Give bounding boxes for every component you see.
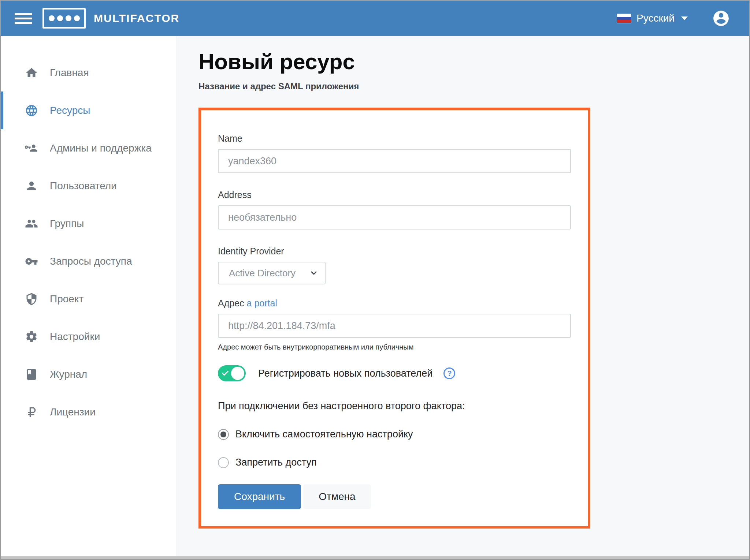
chevron-down-icon: [681, 16, 688, 20]
multifactor-logo-icon: [42, 8, 86, 29]
window-bottom-edge: [1, 556, 749, 559]
account-circle-icon: [712, 9, 730, 27]
name-label: Name: [218, 133, 571, 144]
gear-icon: [25, 330, 38, 343]
sidebar-item-groups[interactable]: Группы: [1, 205, 177, 242]
sidebar: Главная Ресурсы Админы и поддержка Польз…: [1, 36, 177, 556]
active-indicator: [1, 92, 3, 129]
identity-provider-select[interactable]: Active Directory: [218, 262, 326, 284]
sidebar-item-journal[interactable]: Журнал: [1, 355, 177, 393]
chevron-down-icon: [309, 269, 318, 277]
register-toggle-label: Регистрировать новых пользователей: [258, 368, 432, 379]
key-icon: [25, 255, 38, 268]
sidebar-item-project[interactable]: Проект: [1, 280, 177, 318]
main-content: Новый ресурс Название и адрес SAML прило…: [177, 36, 749, 556]
url-label-prefix: Адрес: [218, 298, 244, 308]
sidebar-item-settings[interactable]: Настройки: [1, 318, 177, 355]
sidebar-item-main[interactable]: Главная: [1, 54, 177, 92]
russian-flag-icon: [617, 14, 631, 23]
globe-icon: [25, 104, 38, 117]
portal-link[interactable]: a portal: [247, 298, 277, 308]
language-selector[interactable]: Русский: [617, 12, 688, 24]
identity-provider-value: Active Directory: [229, 268, 296, 279]
register-users-toggle[interactable]: [218, 365, 246, 381]
sidebar-item-label: Группы: [50, 218, 84, 229]
sidebar-item-users[interactable]: Пользователи: [1, 167, 177, 205]
radio-option-deny-access[interactable]: Запретить доступ: [218, 457, 571, 468]
hamburger-menu-icon[interactable]: [15, 13, 32, 24]
radio-label: Включить самостоятельную настройку: [235, 429, 413, 440]
toggle-knob: [231, 367, 244, 380]
sidebar-item-label: Главная: [50, 67, 89, 79]
brand-title: MULTIFACTOR: [94, 12, 179, 25]
account-button[interactable]: [712, 9, 730, 27]
top-bar: MULTIFACTOR Русский: [1, 1, 749, 36]
sidebar-item-admins[interactable]: Админы и поддержка: [1, 129, 177, 167]
cancel-button[interactable]: Отмена: [303, 484, 371, 509]
sidebar-item-label: Запросы доступа: [50, 255, 132, 267]
page-subtitle: Название и адрес SAML приложения: [198, 81, 749, 92]
sidebar-item-resources[interactable]: Ресурсы: [1, 92, 177, 129]
radio-selected-icon: [218, 429, 229, 440]
register-toggle-row: Регистрировать новых пользователей ?: [218, 365, 571, 381]
sidebar-item-label: Пользователи: [50, 180, 117, 192]
sidebar-item-licenses[interactable]: Лицензии: [1, 393, 177, 431]
user-icon: [25, 179, 38, 193]
sidebar-item-label: Журнал: [50, 369, 87, 380]
sidebar-item-label: Ресурсы: [50, 105, 90, 116]
url-input[interactable]: [218, 314, 571, 338]
form-buttons: Сохранить Отмена: [218, 484, 571, 509]
admin-key-icon: [25, 142, 38, 155]
page-title: Новый ресурс: [198, 48, 749, 75]
users-icon: [25, 217, 38, 230]
radio-option-self-setup[interactable]: Включить самостоятельную настройку: [218, 429, 571, 440]
radio-unselected-icon: [218, 457, 229, 468]
second-factor-question: При подключении без настроенного второго…: [218, 400, 571, 412]
sidebar-item-label: Админы и поддержка: [50, 142, 152, 154]
ruble-icon: [25, 406, 38, 419]
sidebar-item-label: Проект: [50, 293, 83, 305]
check-icon: [221, 369, 229, 377]
app-window: MULTIFACTOR Русский Главная Ресур: [0, 0, 750, 560]
journal-icon: [25, 368, 38, 381]
address-input[interactable]: [218, 205, 571, 229]
name-input[interactable]: [218, 149, 571, 173]
home-icon: [25, 66, 38, 79]
url-label: Адрес a portal: [218, 298, 571, 309]
identity-provider-label: Identity Provider: [218, 246, 571, 257]
sidebar-item-label: Настройки: [50, 331, 100, 343]
radio-label: Запретить доступ: [235, 457, 317, 468]
save-button[interactable]: Сохранить: [218, 484, 301, 509]
shield-icon: [25, 292, 38, 306]
url-hint: Адрес может быть внутрикорпоративным или…: [218, 343, 571, 351]
help-icon[interactable]: ?: [443, 367, 455, 379]
sidebar-item-label: Лицензии: [50, 406, 96, 418]
sidebar-item-access-requests[interactable]: Запросы доступа: [1, 242, 177, 280]
address-label: Address: [218, 189, 571, 200]
language-label: Русский: [636, 12, 675, 24]
new-resource-form: Name Address Identity Provider Active Di…: [198, 108, 590, 529]
